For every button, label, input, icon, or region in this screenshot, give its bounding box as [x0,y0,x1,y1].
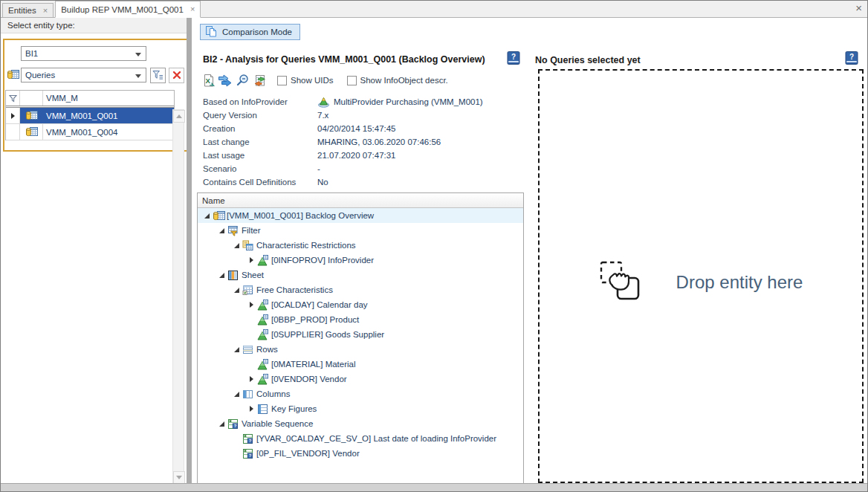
property-value: MHARING, 03.06.2020 07:46:56 [317,137,441,146]
drag-drop-icon [599,260,647,305]
filter-cell[interactable] [20,91,43,106]
entity-type-dropdown[interactable]: Queries [21,68,146,82]
free-characteristics-icon [242,285,256,296]
tree-node-filter[interactable]: Filter [198,223,523,238]
sheet-icon [227,270,241,281]
entity-type-dropdown-value: Queries [25,71,55,80]
svg-text:X: X [205,76,210,84]
chevron-down-icon [135,74,141,78]
panel-splitter[interactable] [187,17,192,485]
expander-icon[interactable] [216,228,227,233]
compare-arrows-icon[interactable] [217,73,233,88]
expander-icon[interactable] [246,257,257,263]
drop-entity-zone[interactable]: Drop entity here [538,69,864,483]
svg-text:?: ? [849,53,854,61]
tree-node-columns[interactable]: Columns [198,386,523,401]
tree-node-product[interactable]: [0BBP_PROD] Product [198,312,523,327]
tree-node-variable-vendor[interactable]: ? [0P_FIL_VENDOR] Vendor [198,446,523,461]
analysis-toolbar: X [200,72,448,88]
query-structure-tree: Name [VMM_M001_Q001] Backlog Ove [197,192,524,484]
tree-node-infoprovider[interactable]: [0INFOPROV] InfoProvider [198,253,523,268]
tree-node-material[interactable]: [0MATERIAL] Material [198,357,523,372]
swap-document-icon[interactable] [251,73,268,88]
help-icon[interactable]: ? [507,51,520,65]
query-icon [20,108,43,123]
drop-panel-title: No Queries selected yet [535,55,641,65]
tree-node-sheet[interactable]: Sheet [198,268,523,282]
property-row: Contains Cell Definitions No [203,175,483,189]
tab-close-icon[interactable]: × [190,5,195,13]
filter-row-input[interactable]: VMM_M [43,91,174,106]
tree-node-supplier[interactable]: [0SUPPLIER] Goods Supplier [198,327,523,342]
left-panel-scrollbar[interactable] [172,109,184,485]
show-uids-label: Show UIDs [291,76,334,85]
comparison-mode-button[interactable]: Comparison Mode [200,24,300,40]
property-row: Last change MHARING, 03.06.2020 07:46:56 [203,135,483,149]
infoobject-icon [257,300,271,311]
property-row: Query Version 7.x [203,109,483,122]
export-excel-icon[interactable]: X [200,73,216,88]
expander-icon[interactable] [231,243,242,248]
tab-buildup-rep[interactable]: Buildup REP VMM_M001_Q001 × [55,1,201,18]
tree-node-label: [0MATERIAL] Material [271,360,356,369]
show-infoobject-descr-checkbox[interactable] [347,76,357,85]
entity-row[interactable]: VMM_M001_Q004 [6,124,174,140]
expander-icon[interactable] [246,406,257,412]
tree-node-label: [0INFOPROV] InfoProvider [271,256,374,265]
infoobject-icon [257,255,271,266]
system-dropdown[interactable]: BI1 [21,46,146,61]
tree-node-query[interactable]: [VMM_M001_Q001] Backlog Overview [198,208,523,223]
show-uids-checkbox[interactable] [277,76,287,85]
drop-hint-label: Drop entity here [676,272,803,293]
expander-icon[interactable] [231,347,242,352]
select-entity-type-label: Select entity type: [7,21,75,30]
expander-icon[interactable] [231,392,242,397]
expander-icon[interactable] [216,421,227,427]
zoom-out-icon[interactable] [234,73,250,88]
expander-icon[interactable] [216,273,227,278]
tab-entities[interactable]: Entities × [2,3,54,17]
property-label: Last change [203,137,317,146]
filter-row-funnel-icon [6,91,20,106]
tree-node-vendor[interactable]: [0VENDOR] Vendor [198,372,523,386]
tree-body: [VMM_M001_Q001] Backlog Overview Filter [198,208,523,461]
expander-icon[interactable] [246,376,257,382]
close-icon[interactable]: × [855,2,862,13]
query-icon [7,69,19,82]
grid-filter-row[interactable]: VMM_M [6,91,174,106]
property-value: No [317,178,328,187]
query-icon [213,210,226,221]
tree-node-calday[interactable]: [0CALDAY] Calendar day [198,297,523,312]
tab-close-icon[interactable]: × [43,7,48,15]
row-indicator [6,124,20,140]
clear-filter-button[interactable] [169,68,184,83]
tree-node-free-characteristics[interactable]: Free Characteristics [198,282,523,297]
tree-node-key-figures[interactable]: Key Figures [198,401,523,416]
tree-node-char-restrictions[interactable]: Characteristic Restrictions [198,238,523,253]
tree-column-header[interactable]: Name [198,193,523,208]
property-label: Contains Cell Definitions [203,178,317,187]
columns-icon [242,389,256,400]
entity-row-selected[interactable]: VMM_M001_Q001 [6,108,174,124]
property-row: Creation 04/20/2014 15:47:45 [203,122,483,135]
tab-label: Buildup REP VMM_M001_Q001 [61,5,184,14]
expander-icon[interactable] [231,288,242,293]
help-icon[interactable]: ? [845,51,858,65]
tree-column-header-label: Name [202,196,225,205]
scroll-up-button[interactable] [173,110,185,123]
expander-icon[interactable] [246,302,257,308]
multiprovider-icon [317,97,330,108]
scroll-down-button[interactable] [173,471,185,484]
infoobject-icon [257,359,271,370]
variable-icon: ? [242,433,256,444]
tree-node-variable-sequence[interactable]: ? Variable Sequence [198,416,523,431]
analysis-title: BI2 - Analysis for Queries VMM_M001_Q001… [203,54,485,65]
filter-settings-button[interactable] [150,68,166,83]
tree-node-label: Sheet [241,271,264,279]
tree-node-label: [0P_FIL_VENDOR] Vendor [256,449,360,458]
property-row: Last usage 21.07.2020 07:47:31 [203,149,483,162]
tree-node-variable-yvar[interactable]: ? [YVAR_0CALDAY_CE_SV_O] Last date of lo… [198,431,523,446]
tree-node-rows[interactable]: Rows [198,342,523,357]
filter-icon [227,225,241,236]
expander-icon[interactable] [201,213,213,219]
